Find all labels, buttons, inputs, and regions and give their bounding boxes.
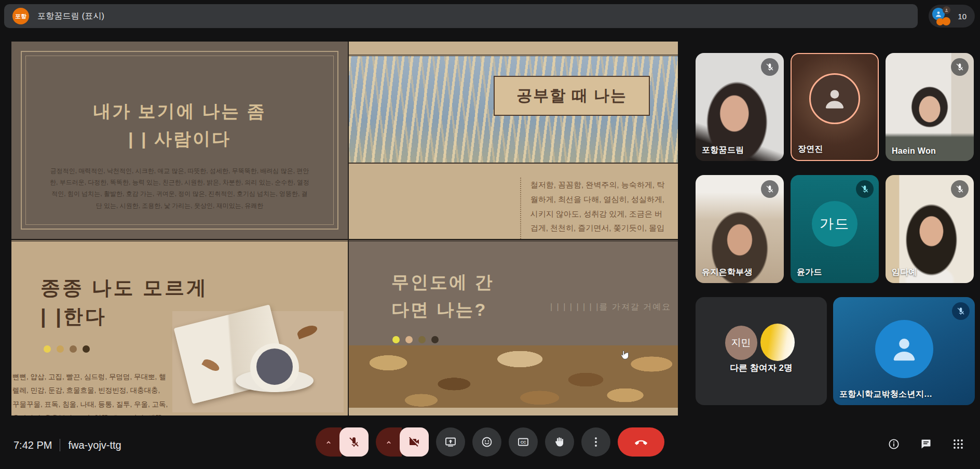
- person-icon: [934, 10, 943, 18]
- chevron-up-icon: [323, 437, 334, 447]
- raise-hand-button[interactable]: [545, 427, 574, 457]
- video-tile-yujieun[interactable]: 유지은학부생: [696, 175, 784, 283]
- participants-avatar-cluster: [932, 6, 952, 26]
- mic-off-icon: [860, 184, 869, 194]
- participant-name: 임다예: [892, 267, 917, 278]
- slide-bottom-left: 종종 나도 모르게 | |한다 뻔뻔, 얍삽, 고집, 빨끈, 심드렁, 무덤덤…: [11, 240, 348, 416]
- slide-top-right: 공부할 때 나는 철저함, 꼼꼼함, 완벽주의, 능숙하게, 탁월하게, 최선을…: [349, 42, 678, 239]
- participants-pill[interactable]: 10: [929, 5, 975, 28]
- participant-name: Haein Won: [892, 146, 936, 156]
- camera-off-icon: [408, 436, 420, 448]
- avatar-yellow: [760, 324, 795, 361]
- chevron-up-icon: [384, 437, 394, 447]
- slide-hint-text: | | | | | | | |를 가져갈 거예요: [550, 302, 671, 313]
- svg-text:CC: CC: [521, 440, 526, 445]
- person-icon: [888, 332, 921, 366]
- slide-title: 내가 보기에 나는 좀 | | 사람이다: [11, 98, 348, 152]
- participant-name: 포항꿈드림: [702, 145, 744, 156]
- emoji-smile-icon: [481, 436, 493, 448]
- initials-avatar: 가드: [812, 201, 857, 247]
- mic-off-icon: [348, 436, 360, 448]
- apps-grid-icon: [952, 438, 964, 450]
- slide-top-strip: [349, 42, 678, 56]
- video-tile-jang-yeonjin-active-speaker[interactable]: 장연진: [791, 53, 879, 161]
- divider: [60, 439, 60, 451]
- slide-body-text: 철저함, 꼼꼼함, 완벽주의, 능숙하게, 탁월하게, 최선을 다해, 열심히,…: [520, 178, 665, 239]
- dot-yellow: [392, 336, 400, 343]
- call-controls: CC: [316, 427, 664, 457]
- dot-gold: [57, 345, 64, 353]
- overflow-avatars: 지민: [725, 324, 798, 361]
- mic-off-icon: [955, 184, 964, 194]
- mic-muted-badge: [952, 302, 970, 320]
- apps-grid-button[interactable]: [952, 438, 964, 450]
- camera-options-button[interactable]: [376, 427, 402, 457]
- video-tile-pohang-dream[interactable]: 포항꿈드림: [696, 53, 784, 161]
- dot-olive: [418, 336, 426, 343]
- mic-off-icon: [956, 306, 965, 316]
- chat-icon: [920, 438, 932, 450]
- participant-avatar-orange-2: [942, 17, 950, 25]
- camera-control-group: [376, 427, 429, 457]
- mic-off-icon: [765, 62, 774, 72]
- mic-control-group: [316, 427, 369, 457]
- video-tile-yoon-gadeu[interactable]: 가드 윤가드: [791, 175, 879, 283]
- meeting-title-bar: 포항 포항꿈드림 (표시): [4, 4, 918, 28]
- captions-button[interactable]: CC: [509, 427, 538, 457]
- slide-body-text: 긍정적인, 매력적인, 낙천적인, 시크한, 애교 많은, 따뜻한, 섬세한, …: [49, 165, 310, 211]
- participant-count: 10: [958, 12, 967, 21]
- present-screen-button[interactable]: [436, 427, 465, 457]
- mic-options-button[interactable]: [316, 427, 342, 457]
- avatar-jimin: 지민: [725, 326, 757, 360]
- autumn-leaves-photo: [349, 345, 678, 408]
- participant-name: 다른 참여자 2명: [696, 362, 827, 374]
- person-icon: [944, 8, 949, 12]
- video-tile-pohang-center[interactable]: 포항시학교밖청소년지…: [833, 297, 975, 405]
- mic-muted-badge: [951, 180, 969, 198]
- coffee-liquid: [256, 349, 293, 385]
- dot-yellow: [44, 345, 51, 353]
- slide-top-left: 내가 보기에 나는 좀 | | 사람이다 긍정적인, 매력적인, 낙천적인, 시…: [11, 42, 348, 239]
- meeting-code: fwa-yojv-ttg: [68, 439, 121, 451]
- video-tile-other-participants[interactable]: 지민 다른 참여자 2명: [696, 297, 827, 405]
- chat-button[interactable]: [920, 438, 932, 450]
- avatar: [809, 73, 860, 124]
- end-call-button[interactable]: [618, 427, 664, 457]
- avatar: [875, 320, 933, 378]
- participant-name: 유지은학부생: [702, 267, 753, 278]
- mic-off-icon: [955, 62, 964, 72]
- video-tile-haein-won[interactable]: Haein Won: [886, 53, 974, 161]
- clock-time: 7:42 PM: [13, 439, 52, 451]
- dot-brown: [70, 345, 77, 353]
- raise-hand-icon: [553, 436, 566, 448]
- pampas-grass-photo: 공부할 때 나는: [349, 56, 678, 164]
- slide-title: 공부할 때 나는: [494, 76, 650, 116]
- leaf: [296, 324, 319, 340]
- dot-dark-brown: [83, 345, 90, 353]
- participant-name: 윤가드: [797, 267, 822, 278]
- end-call-icon: [634, 435, 648, 449]
- present-screen-icon: [444, 436, 457, 448]
- more-options-button[interactable]: [581, 427, 610, 457]
- info-icon: [888, 438, 900, 450]
- book-coffee-photo: [172, 311, 344, 412]
- slide-title: 무인도에 간 다면 나는?: [391, 269, 494, 323]
- participant-name: 장연진: [798, 144, 823, 155]
- shared-screen: 내가 보기에 나는 좀 | | 사람이다 긍정적인, 매력적인, 낙천적인, 시…: [11, 42, 678, 414]
- person-icon: [821, 85, 849, 113]
- reactions-button[interactable]: [472, 427, 501, 457]
- slide-bottom-strip: [349, 408, 678, 416]
- dot-tan: [405, 336, 413, 343]
- slide-body-text: 뻔뻔, 얍삽, 고집, 빨끈, 심드렁, 무덤덤, 무대뽀, 핼렐레, 민감, …: [12, 370, 168, 416]
- meeting-badge: 포항: [12, 8, 29, 24]
- dot-dark: [431, 336, 439, 343]
- mic-off-icon: [765, 184, 774, 194]
- more-vertical-icon: [590, 436, 602, 448]
- slide-color-dots: [392, 336, 439, 343]
- slide-color-dots: [44, 345, 90, 353]
- mic-muted-badge: [951, 58, 969, 76]
- camera-toggle-button[interactable]: [400, 427, 429, 457]
- meeting-details-button[interactable]: [888, 438, 900, 450]
- video-tile-imdaye[interactable]: 임다예: [886, 175, 974, 283]
- mic-toggle-button[interactable]: [339, 427, 369, 457]
